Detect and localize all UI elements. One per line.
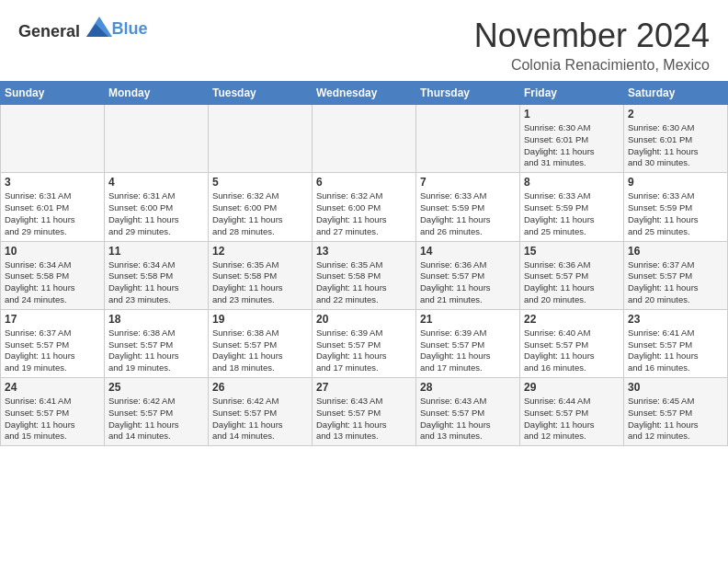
day-number: 21	[420, 313, 516, 326]
logo-text-general: General	[18, 22, 80, 40]
day-info: Sunrise: 6:33 AM Sunset: 5:59 PM Dayligh…	[420, 190, 516, 237]
day-number: 13	[316, 245, 412, 258]
day-number: 2	[628, 108, 723, 121]
calendar-cell: 10Sunrise: 6:34 AM Sunset: 5:58 PM Dayli…	[1, 241, 105, 309]
calendar-cell: 20Sunrise: 6:39 AM Sunset: 5:57 PM Dayli…	[313, 309, 416, 377]
calendar-cell: 3Sunrise: 6:31 AM Sunset: 6:01 PM Daylig…	[1, 173, 105, 241]
day-info: Sunrise: 6:32 AM Sunset: 6:00 PM Dayligh…	[212, 190, 308, 237]
dow-header: Friday	[520, 82, 624, 105]
day-number: 30	[628, 381, 723, 394]
calendar-cell: 9Sunrise: 6:33 AM Sunset: 5:59 PM Daylig…	[624, 173, 728, 241]
day-info: Sunrise: 6:39 AM Sunset: 5:57 PM Dayligh…	[316, 327, 412, 374]
day-number: 11	[108, 245, 204, 258]
day-info: Sunrise: 6:34 AM Sunset: 5:58 PM Dayligh…	[5, 259, 100, 306]
calendar-cell: 21Sunrise: 6:39 AM Sunset: 5:57 PM Dayli…	[416, 309, 520, 377]
day-info: Sunrise: 6:30 AM Sunset: 6:01 PM Dayligh…	[628, 122, 723, 169]
day-info: Sunrise: 6:36 AM Sunset: 5:57 PM Dayligh…	[524, 259, 620, 306]
calendar-cell: 30Sunrise: 6:45 AM Sunset: 5:57 PM Dayli…	[624, 378, 728, 446]
calendar-cell: 11Sunrise: 6:34 AM Sunset: 5:58 PM Dayli…	[105, 241, 209, 309]
dow-header: Sunday	[1, 82, 105, 105]
calendar-cell: 29Sunrise: 6:44 AM Sunset: 5:57 PM Dayli…	[520, 378, 624, 446]
title-block: November 2024 Colonia Renacimiento, Mexi…	[474, 17, 710, 74]
day-number: 26	[212, 381, 308, 394]
calendar-cell: 18Sunrise: 6:38 AM Sunset: 5:57 PM Dayli…	[105, 309, 209, 377]
dow-header: Saturday	[624, 82, 728, 105]
calendar-cell	[313, 105, 416, 173]
day-info: Sunrise: 6:39 AM Sunset: 5:57 PM Dayligh…	[420, 327, 516, 374]
day-number: 4	[108, 176, 204, 189]
day-number: 18	[108, 313, 204, 326]
day-info: Sunrise: 6:33 AM Sunset: 5:59 PM Dayligh…	[628, 190, 723, 237]
day-number: 25	[108, 381, 204, 394]
day-number: 6	[316, 176, 412, 189]
day-number: 27	[316, 381, 412, 394]
day-number: 24	[5, 381, 100, 394]
day-number: 10	[5, 245, 100, 258]
day-info: Sunrise: 6:37 AM Sunset: 5:57 PM Dayligh…	[5, 327, 100, 374]
dow-header: Monday	[105, 82, 209, 105]
day-info: Sunrise: 6:31 AM Sunset: 6:00 PM Dayligh…	[108, 190, 204, 237]
day-info: Sunrise: 6:42 AM Sunset: 5:57 PM Dayligh…	[108, 396, 204, 442]
calendar-cell	[209, 105, 313, 173]
day-info: Sunrise: 6:40 AM Sunset: 5:57 PM Dayligh…	[524, 327, 620, 374]
day-number: 20	[316, 313, 412, 326]
day-number: 19	[212, 313, 308, 326]
day-number: 23	[628, 313, 723, 326]
calendar-cell: 13Sunrise: 6:35 AM Sunset: 5:58 PM Dayli…	[313, 241, 416, 309]
calendar-cell	[105, 105, 209, 173]
day-number: 15	[524, 245, 620, 258]
logo-text-blue: Blue	[112, 19, 148, 38]
location-subtitle: Colonia Renacimiento, Mexico	[474, 57, 710, 74]
day-info: Sunrise: 6:37 AM Sunset: 5:57 PM Dayligh…	[628, 259, 723, 306]
calendar-cell: 17Sunrise: 6:37 AM Sunset: 5:57 PM Dayli…	[1, 309, 105, 377]
day-info: Sunrise: 6:43 AM Sunset: 5:57 PM Dayligh…	[420, 396, 516, 442]
month-title: November 2024	[474, 17, 710, 55]
calendar-cell: 2Sunrise: 6:30 AM Sunset: 6:01 PM Daylig…	[624, 105, 728, 173]
day-number: 9	[628, 176, 723, 189]
day-info: Sunrise: 6:33 AM Sunset: 5:59 PM Dayligh…	[524, 190, 620, 237]
calendar-cell: 28Sunrise: 6:43 AM Sunset: 5:57 PM Dayli…	[416, 378, 520, 446]
calendar-cell: 27Sunrise: 6:43 AM Sunset: 5:57 PM Dayli…	[313, 378, 416, 446]
day-info: Sunrise: 6:41 AM Sunset: 5:57 PM Dayligh…	[5, 396, 100, 442]
day-info: Sunrise: 6:30 AM Sunset: 6:01 PM Dayligh…	[524, 122, 620, 169]
day-number: 22	[524, 313, 620, 326]
calendar-cell: 23Sunrise: 6:41 AM Sunset: 5:57 PM Dayli…	[624, 309, 728, 377]
day-number: 5	[212, 176, 308, 189]
day-number: 28	[420, 381, 516, 394]
calendar-cell: 5Sunrise: 6:32 AM Sunset: 6:00 PM Daylig…	[209, 173, 313, 241]
day-number: 1	[524, 108, 620, 121]
day-number: 16	[628, 245, 723, 258]
day-info: Sunrise: 6:43 AM Sunset: 5:57 PM Dayligh…	[316, 396, 412, 442]
day-number: 7	[420, 176, 516, 189]
day-info: Sunrise: 6:42 AM Sunset: 5:57 PM Dayligh…	[212, 396, 308, 442]
day-info: Sunrise: 6:36 AM Sunset: 5:57 PM Dayligh…	[420, 259, 516, 306]
day-info: Sunrise: 6:44 AM Sunset: 5:57 PM Dayligh…	[524, 396, 620, 442]
calendar-cell: 24Sunrise: 6:41 AM Sunset: 5:57 PM Dayli…	[1, 378, 105, 446]
dow-header: Tuesday	[209, 82, 313, 105]
day-info: Sunrise: 6:38 AM Sunset: 5:57 PM Dayligh…	[212, 327, 308, 374]
day-number: 14	[420, 245, 516, 258]
calendar-cell	[1, 105, 105, 173]
day-info: Sunrise: 6:34 AM Sunset: 5:58 PM Dayligh…	[108, 259, 204, 306]
calendar-cell: 26Sunrise: 6:42 AM Sunset: 5:57 PM Dayli…	[209, 378, 313, 446]
dow-header: Wednesday	[313, 82, 416, 105]
day-info: Sunrise: 6:38 AM Sunset: 5:57 PM Dayligh…	[108, 327, 204, 374]
day-number: 8	[524, 176, 620, 189]
calendar-cell: 22Sunrise: 6:40 AM Sunset: 5:57 PM Dayli…	[520, 309, 624, 377]
day-info: Sunrise: 6:35 AM Sunset: 5:58 PM Dayligh…	[316, 259, 412, 306]
dow-header: Thursday	[416, 82, 520, 105]
calendar-cell: 14Sunrise: 6:36 AM Sunset: 5:57 PM Dayli…	[416, 241, 520, 309]
day-info: Sunrise: 6:31 AM Sunset: 6:01 PM Dayligh…	[5, 190, 100, 237]
day-number: 29	[524, 381, 620, 394]
day-info: Sunrise: 6:35 AM Sunset: 5:58 PM Dayligh…	[212, 259, 308, 306]
calendar-table: SundayMondayTuesdayWednesdayThursdayFrid…	[0, 81, 728, 446]
logo: General Blue	[18, 17, 148, 41]
logo-icon	[86, 17, 112, 37]
calendar-cell: 7Sunrise: 6:33 AM Sunset: 5:59 PM Daylig…	[416, 173, 520, 241]
page-header: General Blue November 2024 Colonia Renac…	[0, 0, 728, 81]
calendar-cell: 4Sunrise: 6:31 AM Sunset: 6:00 PM Daylig…	[105, 173, 209, 241]
day-info: Sunrise: 6:45 AM Sunset: 5:57 PM Dayligh…	[628, 396, 723, 442]
calendar-cell: 16Sunrise: 6:37 AM Sunset: 5:57 PM Dayli…	[624, 241, 728, 309]
calendar-cell: 25Sunrise: 6:42 AM Sunset: 5:57 PM Dayli…	[105, 378, 209, 446]
calendar-cell: 15Sunrise: 6:36 AM Sunset: 5:57 PM Dayli…	[520, 241, 624, 309]
